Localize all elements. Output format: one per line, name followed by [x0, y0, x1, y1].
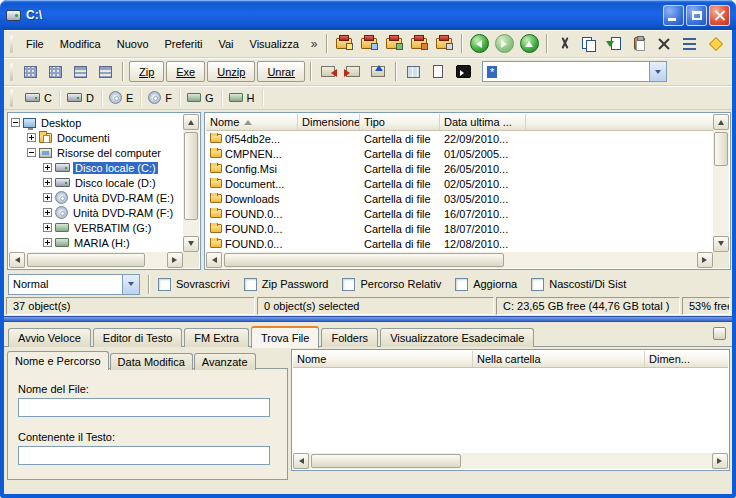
expand-icon[interactable]: [43, 223, 52, 232]
forward-button[interactable]: [492, 32, 517, 55]
collapse-icon[interactable]: [27, 148, 36, 157]
menu-nuovo[interactable]: Nuovo: [109, 35, 157, 53]
extract-to-button[interactable]: [316, 60, 341, 83]
close-button[interactable]: [709, 5, 730, 26]
scrollbar-thumb[interactable]: [27, 253, 145, 267]
tab-fm-extra[interactable]: FM Extra: [184, 328, 249, 347]
file-row[interactable]: Document...Cartella di file02/05/2010...: [206, 176, 713, 191]
subtab-nome-e-percorso[interactable]: Nome e Percorso: [7, 351, 109, 370]
file-row[interactable]: FOUND.0...Cartella di file12/08/2010...: [206, 236, 713, 251]
tree-vertical-scrollbar[interactable]: [183, 114, 199, 252]
menu-vai[interactable]: Vai: [210, 35, 241, 53]
mode-dropdown-button[interactable]: [122, 275, 139, 294]
checkbox-box[interactable]: [158, 278, 171, 291]
checkbox-percorso-relativo[interactable]: Percorso Relativ: [342, 278, 441, 291]
extract-archive-button[interactable]: [407, 32, 432, 55]
scroll-up-button[interactable]: [713, 114, 729, 130]
file-row[interactable]: DownloadsCartella di file03/05/2010...: [206, 191, 713, 206]
scrollbar-thumb[interactable]: [714, 132, 728, 166]
title-bar[interactable]: C:\: [0, 0, 736, 30]
expand-icon[interactable]: [43, 163, 52, 172]
checkbox-zip-password[interactable]: Zip Password: [244, 278, 329, 291]
expand-icon[interactable]: [43, 208, 52, 217]
results-column-nella-cartella[interactable]: Nella cartella: [473, 351, 645, 367]
file-row[interactable]: Config.MsiCartella di file26/05/2010...: [206, 161, 713, 176]
drive-button-c[interactable]: C: [18, 90, 60, 106]
view-large-icons-button[interactable]: [18, 60, 43, 83]
file-row[interactable]: FOUND.0...Cartella di file16/07/2010...: [206, 206, 713, 221]
command-prompt-button[interactable]: [451, 60, 476, 83]
view-list-button[interactable]: [68, 60, 93, 83]
scrollbar-thumb[interactable]: [184, 132, 198, 220]
view-details-button[interactable]: [93, 60, 118, 83]
tree-horizontal-scrollbar[interactable]: [9, 252, 183, 268]
unzip-button[interactable]: Unzip: [207, 61, 255, 82]
drive-button-e[interactable]: E: [102, 89, 141, 106]
scroll-right-button[interactable]: [697, 252, 713, 268]
file-row[interactable]: CMPNEN...Cartella di file01/05/2005...: [206, 146, 713, 161]
tree-item-maria-h[interactable]: MARIA (H:): [9, 235, 183, 250]
toolbar-grip[interactable]: [10, 89, 13, 107]
add-files-button[interactable]: [366, 60, 391, 83]
minimize-button[interactable]: [663, 5, 684, 26]
file-row[interactable]: FOUND.0...Cartella di file18/07/2010...: [206, 221, 713, 236]
tree-item-verbatim-g[interactable]: VERBATIM (G:): [9, 220, 183, 235]
extract-here-button[interactable]: [341, 60, 366, 83]
column-header-tipo[interactable]: Tipo: [360, 114, 440, 130]
checkbox-nascosti-di-sistema[interactable]: Nascosti/Di Sist: [531, 278, 626, 291]
menu-preferiti[interactable]: Preferiti: [157, 35, 211, 53]
tab-avvio-veloce[interactable]: Avvio Veloce: [8, 328, 91, 347]
results-horizontal-scrollbar[interactable]: [293, 453, 728, 469]
drive-button-f[interactable]: F: [141, 89, 180, 106]
column-header-data[interactable]: Data ultima ...: [440, 114, 526, 130]
results-column-nome[interactable]: Nome: [293, 351, 473, 367]
checkbox-sovrascrivi[interactable]: Sovrascrivi: [158, 278, 230, 291]
scroll-right-button[interactable]: [712, 453, 728, 469]
back-button[interactable]: [467, 32, 492, 55]
wizard-button[interactable]: [703, 32, 728, 55]
file-row[interactable]: 0f54db2e...Cartella di file22/09/2010...: [206, 131, 713, 146]
open-archive-button[interactable]: [357, 32, 382, 55]
tab-editor-di-testo[interactable]: Editor di Testo: [93, 328, 183, 347]
tab-folders[interactable]: Folders: [321, 328, 378, 347]
subtab-avanzate[interactable]: Avanzate: [194, 353, 256, 370]
maximize-button[interactable]: [686, 5, 707, 26]
scrollbar-track[interactable]: [25, 252, 167, 268]
up-button[interactable]: [517, 32, 542, 55]
scroll-down-button[interactable]: [183, 236, 199, 252]
scrollbar-track[interactable]: [222, 252, 697, 268]
columns-button[interactable]: [401, 60, 426, 83]
report-button[interactable]: [426, 60, 451, 83]
column-header-dimensione[interactable]: Dimensione: [298, 114, 360, 130]
paste-button[interactable]: [602, 32, 627, 55]
filter-combobox[interactable]: *: [482, 61, 667, 82]
drive-button-d[interactable]: D: [60, 90, 102, 106]
tree-item-desktop[interactable]: Desktop: [9, 115, 183, 130]
copy-button[interactable]: [577, 32, 602, 55]
scroll-right-button[interactable]: [167, 252, 183, 268]
column-header-nome[interactable]: Nome: [206, 114, 298, 130]
new-archive-button[interactable]: [332, 32, 357, 55]
file-name-input[interactable]: [18, 398, 270, 417]
drive-button-h[interactable]: H: [222, 90, 263, 106]
view-small-icons-button[interactable]: [43, 60, 68, 83]
drive-button-g[interactable]: G: [180, 90, 222, 106]
tab-trova-file[interactable]: Trova File: [251, 326, 320, 348]
tree-item-disco-d[interactable]: Disco locale (D:): [9, 175, 183, 190]
exe-button[interactable]: Exe: [166, 61, 205, 82]
tab-visualizzatore-esadecimale[interactable]: Visualizzatore Esadecimale: [380, 328, 534, 347]
delete-button[interactable]: [652, 32, 677, 55]
tree-item-documenti[interactable]: Documenti: [9, 130, 183, 145]
scroll-down-button[interactable]: [713, 236, 729, 252]
scroll-left-button[interactable]: [293, 453, 309, 469]
menu-file[interactable]: File: [18, 35, 52, 53]
file-list-vertical-scrollbar[interactable]: [713, 114, 729, 252]
scrollbar-track[interactable]: [713, 130, 729, 236]
scroll-up-button[interactable]: [183, 114, 199, 130]
tree-item-risorse[interactable]: Risorse del computer: [9, 145, 183, 160]
test-archive-button[interactable]: [432, 32, 457, 55]
menu-visualizza[interactable]: Visualizza: [242, 35, 307, 53]
scroll-left-button[interactable]: [9, 252, 25, 268]
unrar-button[interactable]: Unrar: [257, 61, 305, 82]
menu-modifica[interactable]: Modifica: [52, 35, 109, 53]
